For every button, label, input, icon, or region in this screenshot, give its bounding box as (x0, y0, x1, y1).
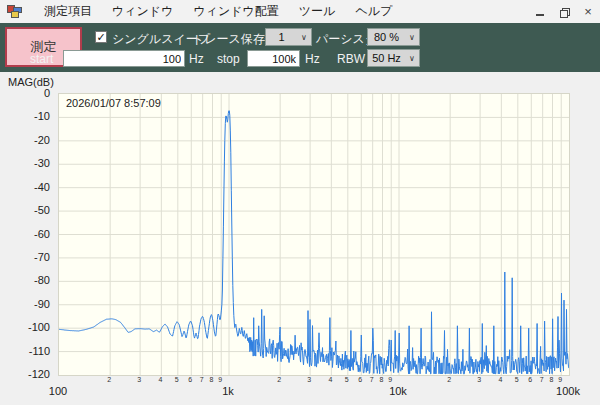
single-sweep-checkbox[interactable]: ✓ (95, 31, 107, 43)
x-axis-minor-label: 8 (550, 376, 554, 383)
x-axis-minor-label: 5 (345, 376, 349, 383)
start-unit-label: Hz (189, 52, 204, 66)
x-axis-minor-label: 6 (188, 376, 192, 383)
menu-measurement-items[interactable]: 測定項目 (34, 0, 102, 23)
x-axis-decade-label: 100k (556, 385, 580, 397)
x-axis-minor-label: 9 (218, 376, 222, 383)
trace-count-value: 1 (266, 31, 297, 43)
rbw-dropdown[interactable]: 50 Hz ∨ (367, 49, 420, 67)
menu-help[interactable]: ヘルプ (345, 0, 402, 23)
x-axis-minor-label: 2 (277, 376, 281, 383)
y-axis-label: 0 (6, 87, 50, 99)
x-axis-decade-label: 100 (49, 385, 67, 397)
menu-tools[interactable]: ツール (289, 0, 346, 23)
y-axis-label: -30 (6, 157, 50, 169)
timestamp-annotation: 2026/01/07 8:57:09 (66, 97, 161, 109)
minimize-icon (536, 14, 544, 16)
stop-label: stop (217, 52, 240, 66)
x-axis-minor-label: 3 (477, 376, 481, 383)
minimize-button[interactable] (528, 0, 552, 23)
app-icon (7, 5, 22, 18)
x-axis-minor-label: 6 (528, 376, 532, 383)
x-axis-minor-label: 8 (380, 376, 384, 383)
stop-frequency-input[interactable] (247, 50, 300, 67)
y-axis-label: -70 (6, 251, 50, 263)
x-axis-minor-label: 8 (210, 376, 214, 383)
trace-count-dropdown[interactable]: 1 ∨ (265, 28, 312, 46)
x-axis-minor-label: 7 (370, 376, 374, 383)
spectrum-plot: 2026/01/07 8:57:09 (58, 93, 570, 376)
y-axis-label: -110 (6, 345, 50, 357)
x-axis-minor-label: 3 (137, 376, 141, 383)
y-axis-label: -10 (6, 110, 50, 122)
chart-panel: MAG(dB) 0-10-20-30-40-50-60-70-80-90-100… (0, 72, 600, 405)
x-axis-minor-label: 6 (358, 376, 362, 383)
start-label: start (30, 52, 53, 66)
chevron-down-icon: ∨ (405, 54, 419, 63)
x-axis-minor-label: 5 (175, 376, 179, 383)
x-axis-minor-label: 5 (515, 376, 519, 383)
window-controls: × (528, 0, 600, 23)
x-axis-minor-label: 4 (498, 376, 502, 383)
x-axis-minor-label: 9 (558, 376, 562, 383)
y-axis-label: -120 (6, 368, 50, 380)
x-axis-minor-label: 4 (328, 376, 332, 383)
rbw-value: 50 Hz (368, 52, 405, 64)
chevron-down-icon: ∨ (297, 33, 311, 42)
menu-window[interactable]: ウィンドウ (102, 0, 183, 23)
chevron-down-icon: ∨ (405, 33, 419, 42)
y-axis-label: -50 (6, 204, 50, 216)
app-window: 測定項目 ウィンドウ ウィンドウ配置 ツール ヘルプ × 測定 ✓ シングルスイ… (0, 0, 600, 405)
x-axis-minor-label: 7 (540, 376, 544, 383)
x-axis-minor-label: 2 (447, 376, 451, 383)
start-frequency-input[interactable] (63, 50, 185, 67)
menubar: 測定項目 ウィンドウ ウィンドウ配置 ツール ヘルプ × (0, 0, 600, 23)
y-axis-label: -40 (6, 181, 50, 193)
x-axis-minor-label: 9 (388, 376, 392, 383)
close-icon: × (584, 4, 592, 19)
restore-button[interactable] (552, 0, 576, 23)
y-axis-label: -90 (6, 298, 50, 310)
x-axis-decade-label: 10k (389, 385, 407, 397)
restore-icon (560, 8, 568, 16)
x-axis-minor-label: 7 (200, 376, 204, 383)
x-axis-minor-label: 4 (158, 376, 162, 383)
toolbar: 測定 ✓ シングルスイープ トレース保存数 1 ∨ パーシスタンス 80 % ∨… (0, 23, 600, 72)
persistence-value: 80 % (368, 31, 405, 43)
close-button[interactable]: × (576, 0, 600, 23)
y-axis-label: -80 (6, 274, 50, 286)
persistence-dropdown[interactable]: 80 % ∨ (367, 28, 420, 46)
y-axis-label: -60 (6, 228, 50, 240)
spectrum-trace (59, 94, 569, 375)
rbw-label: RBW (337, 52, 365, 66)
x-axis-minor-label: 3 (307, 376, 311, 383)
y-axis-label: -20 (6, 134, 50, 146)
menu-window-arrange[interactable]: ウィンドウ配置 (183, 0, 288, 23)
x-axis-minor-label: 2 (107, 376, 111, 383)
stop-unit-label: Hz (305, 52, 320, 66)
y-axis-label: -100 (6, 321, 50, 333)
x-axis-decade-label: 1k (222, 385, 234, 397)
